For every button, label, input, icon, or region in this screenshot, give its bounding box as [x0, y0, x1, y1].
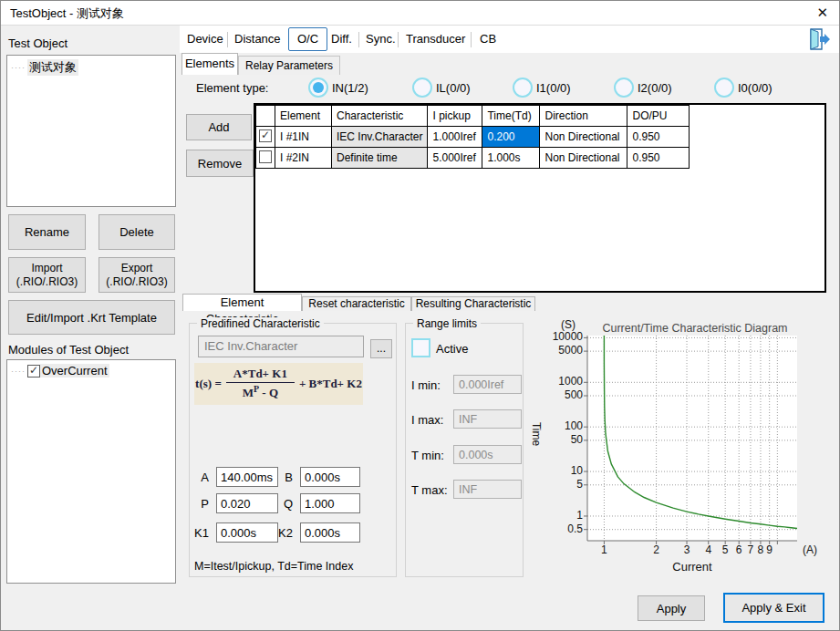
chart-title: Current/Time Characteristic Diagram	[583, 322, 807, 335]
characteristic-formula: t(s) = A*Td+ K1 MP - Q + B*Td+ K2	[194, 363, 363, 405]
tab-elements[interactable]: Elements	[181, 53, 238, 75]
param-k2-field[interactable]	[300, 522, 360, 543]
tab-resulting-characteristic[interactable]: Resulting Characteristic	[411, 296, 535, 311]
tab-transducer[interactable]: Transducer	[406, 26, 465, 53]
radio-i1-label: I1(0/0)	[536, 81, 571, 95]
row2-characteristic[interactable]: Definite time	[332, 148, 428, 169]
row1-i-pickup[interactable]: 1.000Iref	[428, 127, 482, 148]
radio-i0-label: I0(0/0)	[738, 81, 773, 95]
add-button[interactable]: Add	[186, 114, 252, 140]
left-panel: Test Object ···· 测试对象 Rename Delete Impo…	[1, 26, 180, 631]
tab-distance[interactable]: Distance	[234, 26, 281, 53]
row1-do-pu[interactable]: 0.950	[627, 127, 690, 148]
browse-button[interactable]: ...	[370, 339, 392, 358]
y-axis-label: Time	[530, 422, 543, 446]
title-bar: TestObject - 测试对象 ✕	[1, 1, 839, 26]
exit-icon[interactable]	[806, 26, 832, 52]
table-header-row: Element Characteristic I pickup Time(Td)…	[256, 106, 690, 127]
x-tick-label: 3	[677, 543, 697, 556]
radio-i2[interactable]	[614, 78, 634, 98]
element-table: Element Characteristic I pickup Time(Td)…	[255, 105, 690, 169]
apply-and-exit-button[interactable]: Apply & Exit	[723, 593, 824, 623]
t-max-label: T max:	[411, 483, 448, 497]
delete-button[interactable]: Delete	[99, 214, 175, 250]
i-max-field[interactable]	[453, 409, 522, 429]
row2-time-cell[interactable]: 1.000s	[482, 148, 540, 169]
x-tick-label: 9	[760, 543, 780, 556]
y-tick-label: 1	[528, 509, 583, 522]
close-icon[interactable]: ✕	[816, 4, 828, 22]
tab-relay-parameters[interactable]: Relay Parameters	[238, 56, 340, 75]
row2-do-pu[interactable]: 0.950	[627, 148, 690, 169]
row1-checkbox[interactable]	[259, 129, 272, 142]
i-min-field[interactable]	[453, 375, 522, 394]
row1-time-cell-selected[interactable]: 0.200	[482, 127, 540, 148]
y-tick-label: 1000	[528, 375, 583, 388]
y-tick-label: 5	[528, 478, 583, 491]
formula-numerator: A*Td+ K1	[226, 367, 295, 383]
test-object-tree: ···· 测试对象	[6, 55, 176, 207]
tab-diff[interactable]: Diff.	[331, 26, 352, 53]
modules-tree: ···· OverCurrent	[6, 359, 176, 584]
predefined-characteristic-field[interactable]: IEC Inv.Character	[198, 336, 364, 357]
tab-reset-characteristic[interactable]: Reset characteristic	[302, 296, 411, 311]
y-axis-unit-label: (S)	[561, 318, 576, 331]
formula-lhs: t(s) =	[195, 377, 222, 391]
apply-button[interactable]: Apply	[638, 595, 705, 621]
x-axis-unit-label: (A)	[803, 543, 817, 556]
import-button[interactable]: Import(.RIO/.RIO3)	[8, 257, 86, 293]
i-max-label: I max:	[411, 413, 443, 427]
edit-import-krt-template-button[interactable]: Edit/Import .Krt Template	[8, 300, 175, 335]
param-b-field[interactable]	[300, 467, 360, 487]
row1-direction[interactable]: Non Directional	[540, 127, 627, 148]
y-tick-label: 5000	[528, 344, 583, 357]
tab-cb[interactable]: CB	[480, 26, 496, 53]
radio-i2-label: I2(0/0)	[638, 81, 672, 95]
predefined-group-label: Predifined Characteristic	[197, 317, 324, 330]
export-button[interactable]: Export(.RIO/.RIO3)	[99, 257, 175, 293]
tree-branch-dots: ····	[11, 367, 26, 376]
param-k1-label: K1	[189, 526, 209, 540]
param-q-field[interactable]	[300, 493, 360, 513]
t-max-field[interactable]	[453, 480, 522, 499]
test-object-header: Test Object	[8, 36, 67, 50]
header-do-pu: DO/PU	[627, 106, 690, 127]
radio-i0[interactable]	[714, 78, 734, 98]
chart-plot	[528, 318, 827, 581]
tab-separator	[358, 32, 359, 47]
tree-item-test-object[interactable]: ···· 测试对象	[7, 56, 175, 76]
header-checkbox-col	[256, 106, 275, 127]
window-title: TestObject - 测试对象	[10, 5, 124, 22]
tab-sync[interactable]: Sync.	[366, 26, 396, 53]
active-label: Active	[436, 342, 468, 356]
row2-i-pickup[interactable]: 5.000Iref	[428, 148, 482, 169]
radio-il[interactable]	[412, 78, 432, 98]
rename-button[interactable]: Rename	[8, 214, 86, 250]
radio-in[interactable]	[308, 78, 328, 98]
param-k1-field[interactable]	[216, 522, 278, 543]
param-p-label: P	[192, 497, 209, 511]
radio-in-label: IN(1/2)	[332, 81, 368, 95]
tab-element-characteristic[interactable]: Element Characteristic	[182, 294, 302, 311]
tab-device[interactable]: Device	[187, 26, 223, 53]
tree-branch-dots: ····	[11, 63, 26, 72]
row1-element[interactable]: I #1IN	[275, 127, 332, 148]
radio-i1[interactable]	[513, 78, 533, 98]
t-min-field[interactable]	[453, 445, 522, 464]
row2-checkbox[interactable]	[259, 150, 272, 163]
active-checkbox[interactable]	[411, 338, 430, 357]
remove-button[interactable]: Remove	[186, 150, 254, 177]
row2-direction[interactable]: Non Directional	[540, 148, 627, 169]
tab-oc[interactable]: O/C	[288, 27, 327, 51]
tree-item-overcurrent[interactable]: ···· OverCurrent	[7, 360, 175, 378]
x-axis-label: Current	[587, 560, 797, 574]
top-tab-strip: Device Distance O/C Diff. Sync. Transduc…	[180, 26, 840, 53]
row2-element[interactable]: I #2IN	[275, 148, 332, 169]
param-a-field[interactable]	[216, 467, 278, 487]
y-tick-label: 10000	[528, 330, 583, 343]
formula-denominator: MP - Q	[243, 383, 278, 400]
param-p-field[interactable]	[216, 493, 278, 513]
row1-characteristic[interactable]: IEC Inv.Character	[332, 127, 428, 148]
y-tick-label: 500	[528, 388, 583, 401]
overcurrent-checkbox[interactable]	[27, 365, 40, 378]
